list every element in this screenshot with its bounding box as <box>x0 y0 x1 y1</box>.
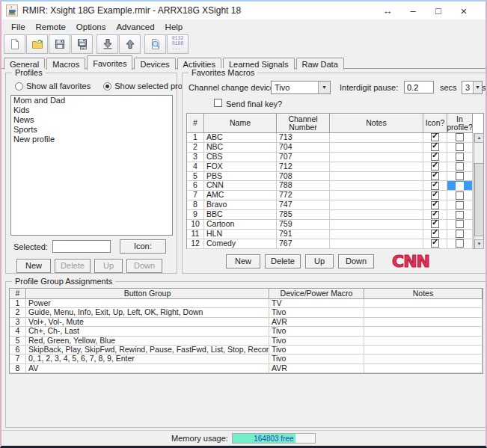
cell-icon-checkbox[interactable] <box>423 172 447 182</box>
favorites-new-button[interactable]: New <box>226 254 260 269</box>
interdigit-pause-input[interactable] <box>404 81 434 93</box>
cell-notes[interactable] <box>330 230 423 239</box>
table-row[interactable]: 9 BBC 785 <box>187 210 483 220</box>
favorites-down-button[interactable]: Down <box>338 254 374 269</box>
cell-notes[interactable] <box>364 299 483 308</box>
table-row[interactable]: 12 Comedy 767 <box>187 239 483 249</box>
cell-device[interactable]: AVR <box>269 364 364 373</box>
cell-device[interactable]: TV <box>269 299 364 308</box>
cell-icon-checkbox[interactable] <box>423 143 447 153</box>
cell-name[interactable]: AMC <box>204 191 277 200</box>
cell-device[interactable]: Tivo <box>269 337 364 346</box>
table-row[interactable]: 7 AMC 772 <box>187 191 483 200</box>
cell-button-group[interactable]: Power <box>26 299 269 308</box>
open-file-button[interactable] <box>26 34 48 54</box>
cell-icon-checkbox[interactable] <box>423 162 447 172</box>
scroll-down-icon[interactable]: ▼ <box>474 239 484 249</box>
cell-notes[interactable] <box>364 308 483 317</box>
send-final-key-checkbox[interactable] <box>214 99 222 108</box>
cell-button-group[interactable]: Red, Green, Yellow, Blue <box>26 337 269 346</box>
cell-channel[interactable]: 785 <box>277 210 330 220</box>
favorites-up-button[interactable]: Up <box>305 254 334 269</box>
selected-profile-input[interactable] <box>52 240 111 253</box>
icon-button[interactable]: Icon: <box>120 239 166 254</box>
cell-in-profile-checkbox[interactable] <box>447 191 473 200</box>
cell-in-profile-checkbox[interactable] <box>447 143 473 153</box>
cell-name[interactable]: Cartoon <box>204 220 277 230</box>
tab-macros[interactable]: Macros <box>46 58 85 70</box>
table-row[interactable]: 6 CNN 788 <box>187 181 483 191</box>
list-item[interactable]: Sports <box>11 125 172 135</box>
vertical-scrollbar[interactable]: ▲ ▼ <box>474 133 483 249</box>
table-row[interactable]: 5 Red, Green, Yellow, Blue Tivo <box>10 337 483 346</box>
cell-icon-checkbox[interactable] <box>423 230 447 239</box>
upload-to-remote-button[interactable] <box>119 34 141 54</box>
tab-devices[interactable]: Devices <box>134 58 175 70</box>
cell-name[interactable]: PBS <box>204 172 277 182</box>
cell-name[interactable]: Bravo <box>204 200 277 210</box>
radio-show-selected-profile[interactable]: Show selected profile <box>103 82 193 90</box>
tab-favorites[interactable]: Favorites <box>87 55 132 70</box>
cell-button-group[interactable]: Guide, Menu, Info, Exit, Up, Left, OK, R… <box>26 308 269 317</box>
list-item[interactable]: New profile <box>11 135 172 144</box>
channel-change-device-select[interactable]: Tivo ▼ <box>271 81 331 94</box>
cell-notes[interactable] <box>330 162 423 172</box>
cell-name[interactable]: BBC <box>204 210 277 220</box>
cell-notes[interactable] <box>330 181 423 191</box>
cell-button-group[interactable]: Vol+, Vol-, Mute <box>26 318 269 327</box>
table-row[interactable]: 11 HLN 791 <box>187 230 483 239</box>
close-button[interactable]: × <box>451 4 477 17</box>
cell-notes[interactable] <box>330 153 423 162</box>
cell-notes[interactable] <box>364 327 483 336</box>
menu-file[interactable]: File <box>6 21 31 33</box>
table-row[interactable]: 6 SkipBack, Play, SkipFwd, Rewind, Pause… <box>10 346 483 355</box>
cell-icon-checkbox[interactable] <box>423 133 447 143</box>
list-item[interactable]: News <box>11 115 172 125</box>
table-row[interactable]: 2 Guide, Menu, Info, Exit, Up, Left, OK,… <box>10 308 483 317</box>
cell-notes[interactable] <box>330 133 423 143</box>
download-from-remote-button[interactable] <box>97 34 118 54</box>
cell-name[interactable]: FOX <box>204 162 277 172</box>
menu-help[interactable]: Help <box>160 21 189 33</box>
menu-advanced[interactable]: Advanced <box>111 21 159 33</box>
cell-channel[interactable]: 759 <box>277 220 330 230</box>
cell-button-group[interactable]: AV <box>26 364 269 373</box>
cell-notes[interactable] <box>330 143 423 153</box>
cell-in-profile-checkbox[interactable] <box>447 153 473 162</box>
list-item[interactable]: Kids <box>11 105 172 115</box>
cell-notes[interactable] <box>364 337 483 346</box>
profile-list[interactable]: Mom and Dad Kids News Sports New profile <box>10 95 173 236</box>
new-file-button[interactable] <box>4 34 25 54</box>
cell-notes[interactable] <box>364 318 483 327</box>
cell-notes[interactable] <box>330 172 423 182</box>
cell-in-profile-checkbox[interactable] <box>447 220 473 230</box>
cell-button-group[interactable]: Ch+, Ch-, Last <box>26 327 269 336</box>
table-row[interactable]: 4 Ch+, Ch-, Last Tivo <box>10 327 483 336</box>
open-summary-button[interactable] <box>144 34 166 54</box>
cell-channel[interactable]: 704 <box>277 143 330 153</box>
cell-in-profile-checkbox[interactable] <box>447 239 473 249</box>
cell-channel[interactable]: 712 <box>277 162 330 172</box>
cell-channel[interactable]: 713 <box>277 133 330 143</box>
cell-device[interactable]: Tivo <box>269 346 364 355</box>
cell-notes[interactable] <box>364 355 483 363</box>
cell-name[interactable]: HLN <box>204 230 277 239</box>
cell-device[interactable]: Tivo <box>269 355 364 363</box>
cell-device[interactable]: Tivo <box>269 308 364 317</box>
resize-icon[interactable]: ↔ <box>375 5 400 16</box>
table-row[interactable]: 4 FOX 712 <box>187 162 483 172</box>
table-row[interactable]: 10 Cartoon 759 <box>187 220 483 230</box>
cell-notes[interactable] <box>364 346 483 355</box>
profiles-new-button[interactable]: New <box>16 259 51 273</box>
cell-icon-checkbox[interactable] <box>423 200 447 210</box>
cell-notes[interactable] <box>330 200 423 210</box>
maximize-button[interactable]: □ <box>426 5 451 16</box>
favorites-delete-button[interactable]: Delete <box>265 254 301 269</box>
cell-in-profile-checkbox[interactable] <box>447 172 473 182</box>
cell-in-profile-checkbox[interactable] <box>447 200 473 210</box>
table-row[interactable]: 8 Bravo 747 <box>187 200 483 210</box>
cell-button-group[interactable]: 0, 1, 2, 3, 4, 5, 6, 7, 8, 9, Enter <box>26 355 269 363</box>
raw-protocol-button[interactable]: 0132 0186 ... <box>167 34 189 54</box>
save-button[interactable] <box>49 34 70 54</box>
table-row[interactable]: 3 CBS 707 <box>187 153 483 162</box>
